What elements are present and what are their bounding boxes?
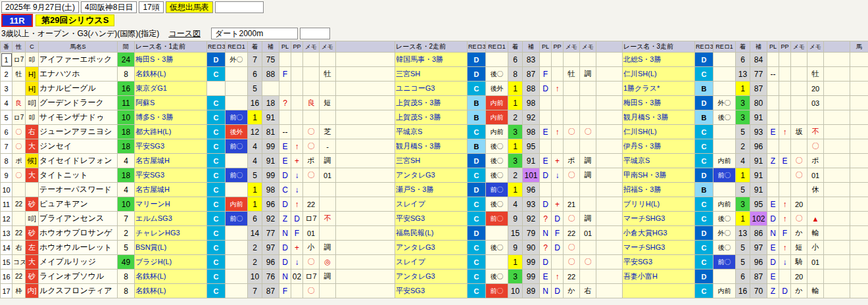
race-name[interactable]: 東京ダG1 xyxy=(135,82,207,96)
col-header-race-1: レース名・1走前 xyxy=(135,41,207,53)
race-name[interactable]: 福島民報(L) xyxy=(395,226,468,241)
race-name[interactable]: 観月橋S・3勝 xyxy=(623,110,695,125)
race-name[interactable]: 名古屋城H xyxy=(135,183,207,197)
horse-name[interactable]: ホウオウプロサンゲ xyxy=(39,226,118,241)
race-name[interactable]: 名古屋城H xyxy=(135,154,207,168)
rating-re3: D xyxy=(468,154,486,168)
race-name[interactable]: 名鉄杯(L) xyxy=(135,284,207,298)
col-header-race-2: レース名・2走前 xyxy=(395,41,468,53)
horse-name[interactable]: メイプルリッジ xyxy=(39,255,118,270)
race-name[interactable]: 都大路H(L) xyxy=(135,125,207,139)
position-re1: 後〇 xyxy=(486,139,508,154)
rating-re3: C xyxy=(468,125,486,139)
race-name[interactable]: アンタレG3 xyxy=(395,270,468,284)
horse-name[interactable]: ホウオウルーレット xyxy=(39,241,118,255)
race-name[interactable]: ユニコーG3 xyxy=(395,82,468,96)
race-name[interactable]: 上賀茂S・3勝 xyxy=(395,96,468,110)
course-map-link[interactable]: コース図 xyxy=(168,28,201,39)
race-name[interactable]: マーチSHG3 xyxy=(623,241,695,255)
finish-position: 12 xyxy=(248,125,262,139)
race-name[interactable]: 北総S・3勝 xyxy=(623,53,695,67)
block-spacer xyxy=(336,241,395,255)
finish-position: 4 xyxy=(248,139,262,154)
race-name[interactable]: 阿蘇S xyxy=(135,96,207,110)
horse-name[interactable]: サイモンザナドゥ xyxy=(39,110,118,125)
race-name[interactable]: 梅田S・3勝 xyxy=(135,53,207,67)
race-name[interactable]: 韓国馬事・3勝 xyxy=(395,53,468,67)
table-row: 12叩]ブライアンセンス7エルムSG3C前〇692ZDロ7不平安SG3C前〇99… xyxy=(1,212,868,226)
hosei-figure: 77 xyxy=(262,226,279,241)
horse-name[interactable]: ルクスフロンティア xyxy=(39,284,118,298)
race-name[interactable]: 吾妻小富H xyxy=(623,270,695,284)
blank-input-2[interactable] xyxy=(300,28,330,39)
horse-name[interactable]: ブライアンセンス xyxy=(39,212,118,226)
race-name[interactable]: 平安SG3 xyxy=(395,284,468,298)
race-name[interactable]: 平城京S xyxy=(395,125,468,139)
hosei-figure: 101 xyxy=(523,168,540,183)
race-name[interactable]: 1勝クラス* xyxy=(623,82,695,96)
horse-name[interactable]: タイセイドレフォン xyxy=(39,154,118,168)
race-name[interactable]: エルムSG3 xyxy=(135,212,207,226)
race-name[interactable]: BSN賞(L) xyxy=(135,241,207,255)
race-name[interactable]: 平安SG3 xyxy=(135,139,207,154)
rating-re3: C xyxy=(207,96,226,110)
col-header-pp-3: PP xyxy=(779,41,791,53)
horse-name[interactable]: ジューンアヲニヨシ xyxy=(39,125,118,139)
cutoff-cell xyxy=(850,284,868,298)
finish-position: 10 xyxy=(508,284,523,298)
race-name[interactable]: 平安SG3 xyxy=(623,255,695,270)
horse-name[interactable]: グーデンドラーク xyxy=(39,96,118,110)
race-name[interactable]: マリーンH xyxy=(135,197,207,212)
race-name[interactable]: 平安SG3 xyxy=(395,212,468,226)
race-name[interactable]: マーチSHG3 xyxy=(623,212,695,226)
hosei-figure: 91 xyxy=(523,154,540,168)
race-name[interactable]: 観月橋S・3勝 xyxy=(395,139,468,154)
horse-name[interactable]: エナハツホ xyxy=(39,67,118,82)
race-name[interactable]: 瀬戸S・3勝 xyxy=(395,183,468,197)
finish-position: 3 xyxy=(736,110,750,125)
block-spacer xyxy=(824,270,850,284)
race-name[interactable]: 平城京S xyxy=(623,154,695,168)
horse-name[interactable]: カナルビーグル xyxy=(39,82,118,96)
race-name[interactable]: チャレンHG3 xyxy=(135,226,207,241)
memo-1: か xyxy=(791,226,808,241)
race-name[interactable]: アンタレG3 xyxy=(395,168,468,183)
horse-name[interactable]: ピュアキアン xyxy=(39,197,118,212)
horse-name[interactable]: アイファーエポック xyxy=(39,53,118,67)
rating-re3: C xyxy=(695,139,713,154)
block-spacer xyxy=(596,255,623,270)
position-re1: 外〇 xyxy=(226,53,248,67)
race-name[interactable]: 三宮SH xyxy=(395,67,468,82)
finish-position: 5 xyxy=(736,183,750,197)
race-name[interactable]: 梅田S・3勝 xyxy=(623,96,695,110)
race-name[interactable]: 名鉄杯(L) xyxy=(135,270,207,284)
condition-mark: 大 xyxy=(26,139,39,154)
race-name[interactable]: 仁川SH(L) xyxy=(623,125,695,139)
memo-1: ロ7 xyxy=(303,212,320,226)
race-name[interactable]: 博多S・3勝 xyxy=(135,110,207,125)
cutoff-cell xyxy=(850,139,868,154)
pl-grade: N xyxy=(540,284,552,298)
col-header-pp-2: PP xyxy=(552,41,564,53)
race-name[interactable]: 平安SG3 xyxy=(135,168,207,183)
horse-name[interactable]: タイトニット xyxy=(39,168,118,183)
race-name[interactable]: ブラジH(L) xyxy=(135,255,207,270)
horse-name[interactable]: ジンセイ xyxy=(39,139,118,154)
race-name[interactable]: スレイプ xyxy=(395,197,468,212)
col-header-cutoff: 馬 xyxy=(850,41,868,53)
race-name[interactable]: 小倉大賞HG3 xyxy=(623,226,695,241)
race-name[interactable]: 名鉄杯(L) xyxy=(135,67,207,82)
race-name[interactable]: 招福S・3勝 xyxy=(623,183,695,197)
race-name[interactable]: ブリリH(L) xyxy=(623,197,695,212)
interval-weeks: 7 xyxy=(118,212,135,226)
race-name[interactable]: スレイプ xyxy=(395,255,468,270)
race-name[interactable]: 甲南SH・3勝 xyxy=(623,168,695,183)
blank-input-1[interactable] xyxy=(215,1,264,13)
race-name[interactable]: 伊丹S・3勝 xyxy=(623,139,695,154)
race-name[interactable]: 仁川SH(L) xyxy=(623,67,695,82)
race-name[interactable]: 上賀茂S・3勝 xyxy=(395,110,468,125)
race-name[interactable]: アンタレG3 xyxy=(395,241,468,255)
horse-name[interactable]: テーオーパスワード xyxy=(39,183,118,197)
race-name[interactable]: 三宮SH xyxy=(395,154,468,168)
horse-name[interactable]: ラインオブソウル xyxy=(39,270,118,284)
